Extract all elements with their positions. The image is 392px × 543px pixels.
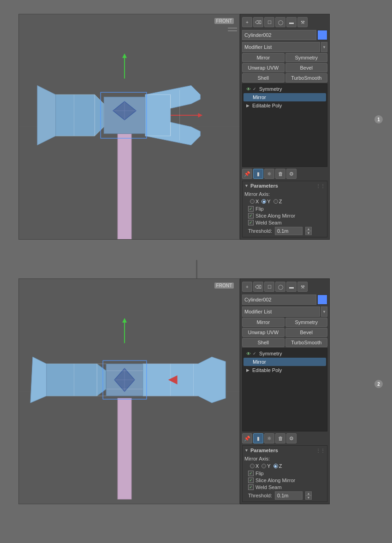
stack-modifier-btn-2[interactable]: ▮ (253, 433, 263, 443)
turbosmooth-btn-1[interactable]: TurboSmooth (285, 73, 328, 83)
stack-item-editablepoly-2[interactable]: ▶ Editable Poly (244, 366, 326, 374)
add-button-2[interactable]: + (242, 282, 252, 292)
color-swatch-1[interactable] (317, 30, 327, 40)
graph-button-2[interactable]: ⌫ (253, 282, 263, 292)
radio-label-y-2: Y (267, 463, 270, 469)
stack-config-btn-1[interactable]: ⚙ (286, 169, 297, 179)
right-panel-1: + ⌫ ☐ ◯ ▬ ⚒ Modifier List ▼ (240, 14, 330, 240)
radio-x-1[interactable]: X (250, 199, 259, 204)
weld-seam-label-2: Weld Seam (255, 484, 282, 490)
weld-seam-checkbox-2[interactable] (248, 484, 254, 490)
wrench-button-1[interactable]: ⚒ (297, 17, 308, 27)
flip-checkbox-1[interactable] (248, 206, 254, 212)
stack-label-symmetry-1: Symmetry (259, 86, 282, 92)
stack-toolbar-1: 📌 ▮ ⚛ 🗑 ⚙ (242, 168, 327, 180)
object-name-input-2[interactable] (242, 295, 316, 305)
radio-z-2[interactable]: Z (273, 463, 282, 469)
stack-link-btn-1[interactable]: ⚛ (264, 169, 274, 179)
plane-button-1[interactable]: ▬ (286, 17, 297, 27)
mirror-axis-label-2: Mirror Axis: (244, 456, 277, 461)
mirror-axis-row-2: Mirror Axis: (244, 456, 325, 461)
add-button-1[interactable]: + (242, 17, 252, 27)
viewport-1[interactable]: FRONT (18, 14, 240, 240)
unwrapuvw-btn-2[interactable]: Unwrap UVW (242, 328, 285, 337)
modifier-list-dropdown-1[interactable]: Modifier List (242, 42, 320, 52)
modifier-stack-2[interactable]: 👁 ✓ Symmetry Mirror ▶ Editable Poly (242, 348, 327, 431)
modifier-list-arrow-2[interactable]: ▼ (321, 307, 327, 317)
turbosmooth-btn-2[interactable]: TurboSmooth (285, 338, 328, 347)
model-svg-2 (19, 279, 239, 504)
slice-checkbox-1[interactable] (248, 213, 254, 218)
stack-item-mirror-1[interactable]: Mirror (244, 93, 326, 101)
threshold-input-1[interactable] (275, 227, 303, 235)
stack-item-symmetry-1[interactable]: 👁 ✓ Symmetry (244, 85, 326, 93)
stack-pin-btn-1[interactable]: 📌 (242, 169, 252, 179)
stack-config-btn-2[interactable]: ⚙ (286, 433, 297, 443)
radio-x-2[interactable]: X (250, 463, 259, 469)
params-title-2: Parameters (250, 448, 278, 453)
modifier-stack-1[interactable]: 👁 ✓ Symmetry Mirror ▶ Editable Poly (242, 83, 327, 167)
slice-row-1: Slice Along Mirror (244, 213, 325, 218)
stack-delete-btn-1[interactable]: 🗑 (275, 169, 285, 179)
symmetry-btn-1[interactable]: Symmetry (285, 53, 328, 62)
flip-checkbox-2[interactable] (248, 471, 254, 476)
stack-link-btn-2[interactable]: ⚛ (264, 433, 274, 443)
arrow-container (18, 242, 374, 278)
stack-item-mirror-2[interactable]: Mirror (244, 358, 326, 366)
sphere-button-2[interactable]: ◯ (275, 282, 285, 292)
modifier-list-row-2: Modifier List ▼ (242, 307, 327, 317)
stack-pin-btn-2[interactable]: 📌 (242, 433, 252, 443)
radio-label-z-2: Z (279, 463, 282, 469)
stack-item-editablepoly-1[interactable]: ▶ Editable Poly (244, 101, 326, 110)
object-name-input-1[interactable] (242, 30, 316, 40)
radio-y-1[interactable]: Y (261, 199, 270, 204)
threshold-down-1[interactable]: ▼ (305, 231, 312, 235)
shell-btn-2[interactable]: Shell (242, 338, 285, 347)
object-name-row-2 (242, 294, 327, 306)
stack-modifier-btn-1[interactable]: ▮ (253, 169, 263, 179)
mirror-btn-1[interactable]: Mirror (242, 53, 285, 62)
modifier-list-arrow-1[interactable]: ▼ (321, 42, 327, 52)
mirror-axis-row-1: Mirror Axis: (244, 191, 325, 197)
modifier-list-dropdown-2[interactable]: Modifier List (242, 307, 320, 317)
threshold-up-1[interactable]: ▲ (305, 227, 312, 231)
stack-label-editablepoly-2: Editable Poly (252, 367, 282, 373)
shell-btn-1[interactable]: Shell (242, 73, 285, 83)
bevel-btn-1[interactable]: Bevel (285, 63, 328, 72)
stack-label-mirror-2: Mirror (253, 359, 266, 365)
color-swatch-2[interactable] (317, 295, 327, 305)
threshold-down-2[interactable]: ▼ (305, 496, 312, 500)
threshold-input-2[interactable] (275, 491, 303, 500)
params-collapse-icon-1[interactable]: ▼ (244, 183, 249, 188)
graph-button-1[interactable]: ⌫ (253, 17, 263, 27)
svg-rect-27 (118, 398, 131, 499)
radio-circle-x-2 (250, 464, 255, 468)
symmetry-btn-2[interactable]: Symmetry (285, 318, 328, 327)
badge-1: 1 (374, 115, 383, 124)
top-toolbar-1: + ⌫ ☐ ◯ ▬ ⚒ (242, 16, 327, 28)
viewport-2[interactable]: FRONT (18, 278, 240, 504)
sphere-button-1[interactable]: ◯ (275, 17, 285, 27)
eye-icon-symmetry-1: 👁 (246, 87, 251, 92)
unwrapuvw-btn-1[interactable]: Unwrap UVW (242, 63, 285, 72)
slice-checkbox-2[interactable] (248, 478, 254, 483)
weld-seam-label-1: Weld Seam (255, 220, 282, 225)
weld-seam-checkbox-1[interactable] (248, 220, 254, 225)
radio-y-2[interactable]: Y (261, 463, 270, 469)
object-button-2[interactable]: ☐ (264, 282, 274, 292)
params-collapse-icon-2[interactable]: ▼ (244, 448, 249, 453)
stack-item-symmetry-2[interactable]: 👁 ✓ Symmetry (244, 349, 326, 358)
plane-button-2[interactable]: ▬ (286, 282, 297, 292)
mirror-btn-2[interactable]: Mirror (242, 318, 285, 327)
model-svg-1 (19, 14, 239, 239)
object-button-1[interactable]: ☐ (264, 17, 274, 27)
params-header-2: ▼ Parameters ⋮⋮ (244, 448, 325, 453)
bevel-btn-2[interactable]: Bevel (285, 328, 328, 337)
stack-delete-btn-2[interactable]: 🗑 (275, 433, 285, 443)
threshold-up-2[interactable]: ▲ (305, 491, 312, 496)
stack-label-editablepoly-1: Editable Poly (252, 103, 282, 108)
flip-row-1: Flip (244, 206, 325, 212)
radio-z-1[interactable]: Z (273, 199, 282, 204)
wrench-button-2[interactable]: ⚒ (297, 282, 308, 292)
params-title-1: Parameters (250, 183, 278, 189)
